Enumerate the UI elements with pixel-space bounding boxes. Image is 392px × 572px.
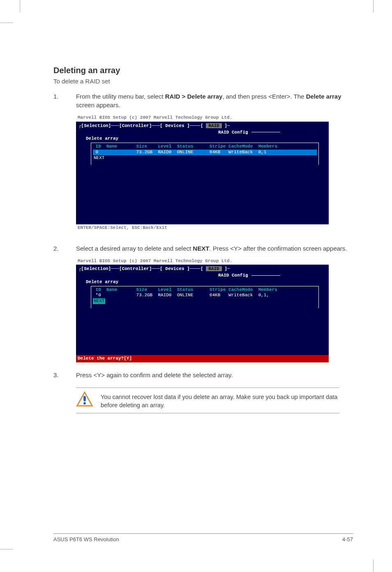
bios-menu-bar: ┌[Selection]───[Controller]───[ Devices … xyxy=(78,123,326,129)
bios-submenu: RAID Config xyxy=(78,130,326,136)
footer-page-number: 4-57 xyxy=(342,536,353,542)
bios-next-button-selected: NEXT xyxy=(93,298,105,304)
step-text: Select a desired array to delete and sel… xyxy=(76,244,353,253)
step-text-bold: NEXT xyxy=(193,245,209,252)
bios-next-button: NEXT xyxy=(93,155,105,161)
bios-menu-item: [Controller] xyxy=(119,266,152,271)
step-number: 3. xyxy=(53,371,76,379)
page-footer: ASUS P6T6 WS Revolution 4-57 xyxy=(53,533,353,542)
step-2: 2. Select a desired array to delete and … xyxy=(53,244,353,253)
bios-title: Marvell BIOS Setup (c) 2007 Marvell Tech… xyxy=(76,114,329,122)
step-text-fragment: . Press <Y> after the confirmation scree… xyxy=(209,245,347,252)
bios-table-header: ID Name Size Level Status Stripe CacheMo… xyxy=(93,287,317,293)
bios-table: ID Name Size Level Status Stripe CacheMo… xyxy=(91,286,319,308)
step-text: Press <Y> again to confirm and delete th… xyxy=(76,371,353,379)
warning-callout: You cannot recover lost data if you dele… xyxy=(76,387,339,413)
bios-table-row-selected: 0 73.2GB RAID0 ONLINE 64KB WriteBack 0,1 xyxy=(93,150,317,155)
bios-table-row: *0 73.2GB RAID0 ONLINE 64KB WriteBack 0,… xyxy=(93,293,317,298)
svg-rect-2 xyxy=(83,396,86,401)
section-heading: Deleting an array xyxy=(53,66,353,75)
bios-menu-bar: ┌[Selection]───[Controller]───[ Devices … xyxy=(78,266,326,272)
bios-title: Marvell BIOS Setup (c) 2007 Marvell Tech… xyxy=(76,258,329,265)
footer-product: ASUS P6T6 WS Revolution xyxy=(53,536,119,542)
warning-icon xyxy=(76,391,93,407)
bios-submenu: RAID Config xyxy=(78,273,326,279)
step-text-fragment: From the utility menu bar, select xyxy=(76,93,165,100)
bios-box-label: Delete array xyxy=(78,136,326,142)
bios-box-label: Delete array xyxy=(78,279,326,285)
step-number: 1. xyxy=(53,92,76,109)
bios-screenshot-2: Marvell BIOS Setup (c) 2007 Marvell Tech… xyxy=(76,258,329,363)
step-1: 1. From the utility menu bar, select RAI… xyxy=(53,92,353,109)
step-text-bold: Delete array xyxy=(306,93,341,100)
bios-table-header: ID Name Size Level Status Stripe CacheMo… xyxy=(93,144,317,150)
section-subtitle: To delete a RAID set xyxy=(53,78,353,85)
step-3: 3. Press <Y> again to confirm and delete… xyxy=(53,371,353,379)
step-text-fragment: screen appears. xyxy=(76,101,120,108)
bios-menu-item-selected: RAID xyxy=(206,266,221,271)
step-number: 2. xyxy=(53,244,76,253)
svg-point-3 xyxy=(83,402,86,405)
bios-menu-item: [Controller] xyxy=(119,123,152,128)
step-text-bold: RAID > Delete array xyxy=(165,93,223,100)
step-text-fragment: Select a desired array to delete and sel… xyxy=(76,245,193,252)
step-text: From the utility menu bar, select RAID >… xyxy=(76,92,353,109)
bios-menu-item: [Selection] xyxy=(81,266,111,271)
bios-menu-item-selected: RAID xyxy=(206,123,221,128)
bios-screenshot-1: Marvell BIOS Setup (c) 2007 Marvell Tech… xyxy=(76,114,329,232)
bios-menu-item: [ Devices ] xyxy=(160,266,190,271)
bios-table: ID Name Size Level Status Stripe CacheMo… xyxy=(91,143,319,165)
bios-footer: ENTER/SPACE:Select, ESC:Back/Exit xyxy=(76,224,329,232)
warning-text: You cannot recover lost data if you dele… xyxy=(101,391,339,410)
bios-menu-item: [Selection] xyxy=(81,123,111,128)
step-text-fragment: , and then press <Enter>. The xyxy=(222,93,306,100)
bios-menu-item: [ Devices ] xyxy=(160,123,190,128)
bios-footer-prompt: Delete the array?[Y] xyxy=(76,355,329,362)
